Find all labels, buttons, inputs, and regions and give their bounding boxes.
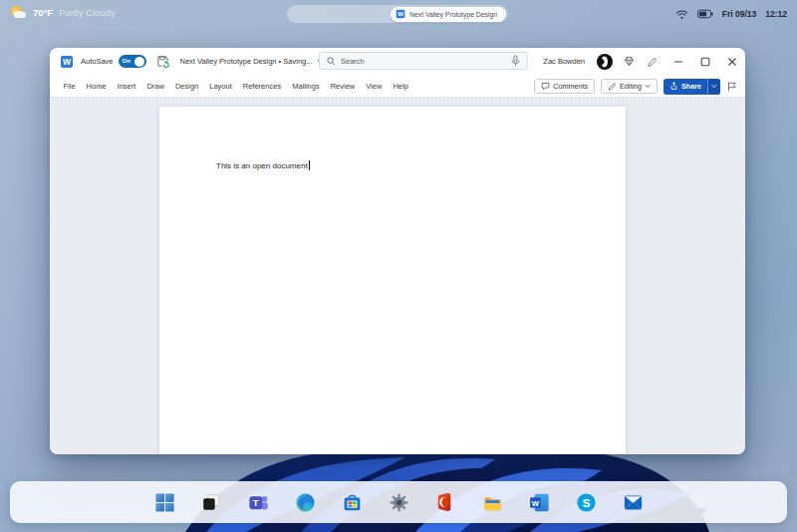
word-icon: W	[396, 9, 405, 19]
save-button[interactable]	[156, 55, 169, 68]
document-page[interactable]: This is an open document	[159, 107, 626, 454]
title-bar-right: Zac Bowden	[543, 48, 745, 75]
ribbon-display-options-button[interactable]	[726, 81, 738, 93]
weather-widget[interactable]: 70°F Partly Cloudy	[10, 5, 116, 20]
dictate-mic-icon[interactable]	[511, 55, 520, 67]
weather-condition: Partly Cloudy	[59, 7, 116, 18]
ribbon-right-controls: Comments Editing Share	[534, 75, 738, 98]
mail-icon	[622, 491, 645, 514]
battery-icon[interactable]	[697, 9, 713, 19]
ribbon-tab-draw[interactable]: Draw	[141, 82, 170, 91]
share-button-group: Share	[664, 79, 720, 95]
taskbar-start-button[interactable]	[151, 489, 177, 515]
autosave-toggle-state: On	[123, 58, 131, 64]
ribbon-tab-file[interactable]: File	[58, 82, 81, 91]
comment-icon	[541, 82, 550, 91]
chevron-down-icon	[645, 84, 651, 89]
taskbar-office-button[interactable]	[432, 489, 458, 515]
taskbar-settings-button[interactable]	[386, 489, 411, 515]
user-avatar[interactable]	[593, 48, 617, 75]
ribbon-tab-layout[interactable]: Layout	[204, 82, 238, 91]
taskbar-store-button[interactable]	[339, 489, 365, 515]
desktop: 70°F Partly Cloudy Type here to search W…	[0, 0, 797, 532]
editing-mode-dropdown[interactable]: Editing	[601, 79, 658, 94]
search-icon	[296, 10, 305, 19]
word-title-bar: W AutoSave On Next Valley Prototype Desi…	[50, 48, 745, 75]
svg-text:T: T	[252, 497, 258, 508]
user-name[interactable]: Zac Bowden	[543, 57, 585, 66]
minimize-button[interactable]	[664, 48, 691, 75]
taskbar-word-button[interactable]: W	[526, 489, 552, 515]
close-icon	[727, 57, 737, 67]
system-tray: Fri 09/13 12:12	[675, 0, 787, 28]
designer-diamond-icon[interactable]	[617, 48, 641, 75]
document-title-dropdown[interactable]: Next Valley Prototype Design • Saving...	[180, 57, 325, 66]
taskbar-mail-button[interactable]	[620, 489, 646, 515]
taskbar: T W S	[10, 481, 787, 523]
word-search-box[interactable]: Search	[319, 52, 528, 70]
taskbar-teams-button[interactable]: T	[245, 489, 271, 515]
status-bar: 70°F Partly Cloudy Type here to search W…	[0, 0, 797, 28]
ribbon-tab-references[interactable]: References	[237, 82, 286, 91]
weather-temperature: 70°F	[33, 7, 53, 18]
teams-icon: T	[247, 491, 270, 514]
maximize-icon	[700, 57, 710, 67]
svg-text:W: W	[63, 57, 72, 67]
ribbon-tab-bar: File Home Insert Draw Design Layout Refe…	[50, 75, 745, 98]
file-explorer-icon	[481, 491, 504, 514]
toggle-knob	[134, 57, 144, 67]
flag-icon	[726, 81, 738, 93]
svg-text:S: S	[582, 496, 590, 508]
taskbar-edge-button[interactable]	[292, 489, 318, 515]
taskbar-skype-button[interactable]: S	[573, 489, 599, 515]
document-title: Next Valley Prototype Design • Saving...	[180, 57, 313, 66]
settings-gear-icon	[388, 491, 410, 514]
partly-cloudy-icon	[10, 5, 27, 20]
taskbar-file-explorer-button[interactable]	[479, 489, 505, 515]
share-label: Share	[681, 82, 701, 91]
maximize-button[interactable]	[691, 48, 718, 75]
ribbon-tab-help[interactable]: Help	[388, 82, 413, 91]
comments-label: Comments	[553, 82, 588, 91]
windows-start-icon	[153, 491, 176, 514]
ribbon-tab-view[interactable]: View	[361, 82, 388, 91]
clock-time[interactable]: 12:12	[765, 9, 787, 19]
active-app-pill[interactable]: W Next Valley Prototype Design	[391, 7, 506, 22]
word-window: W AutoSave On Next Valley Prototype Desi…	[50, 48, 745, 454]
svg-text:W: W	[531, 498, 539, 507]
skype-icon: S	[575, 491, 598, 514]
autosave-label: AutoSave	[81, 57, 114, 66]
pen-icon[interactable]	[641, 48, 664, 75]
ruler	[50, 98, 745, 101]
text-cursor	[309, 160, 310, 170]
pencil-icon	[608, 82, 617, 91]
share-dropdown-button[interactable]	[707, 79, 720, 95]
active-app-label: Next Valley Prototype Design	[409, 11, 497, 18]
edge-icon	[294, 491, 317, 514]
share-button[interactable]: Share	[664, 79, 707, 95]
save-icon	[156, 55, 169, 68]
autosave-toggle[interactable]: On	[119, 55, 146, 68]
ribbon-tab-design[interactable]: Design	[169, 82, 203, 91]
chevron-down-icon	[711, 84, 717, 89]
store-icon	[341, 491, 364, 514]
desktop-search-placeholder: Type here to search	[310, 10, 376, 19]
desktop-search-input[interactable]: Type here to search W Next Valley Protot…	[287, 5, 508, 23]
ribbon-tab-home[interactable]: Home	[81, 82, 112, 91]
ribbon-tab-mailings[interactable]: Mailings	[287, 82, 326, 91]
comments-button[interactable]: Comments	[534, 79, 595, 94]
wifi-icon[interactable]	[675, 9, 688, 20]
share-icon	[669, 82, 678, 91]
search-icon	[327, 57, 336, 66]
document-text: This is an open document	[216, 160, 310, 170]
clock-date[interactable]: Fri 09/13	[722, 9, 757, 19]
close-button[interactable]	[718, 48, 745, 75]
document-canvas: This is an open document	[50, 98, 745, 454]
office-icon	[434, 491, 456, 513]
taskbar-task-view-button[interactable]	[198, 489, 224, 515]
task-view-icon	[200, 491, 222, 513]
word-icon: W	[528, 491, 551, 514]
editing-label: Editing	[620, 82, 642, 91]
ribbon-tab-review[interactable]: Review	[325, 82, 361, 91]
ribbon-tab-insert[interactable]: Insert	[112, 82, 141, 91]
